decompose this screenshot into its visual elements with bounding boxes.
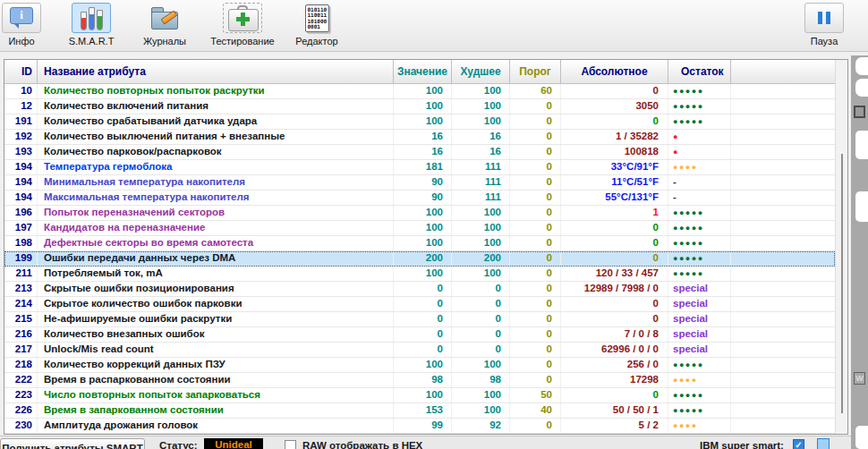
filler-cell [731, 191, 835, 205]
table-row[interactable]: 199Ошибки передачи данных через DMA20020… [4, 251, 835, 267]
attr-value-cell: 100 [394, 114, 452, 129]
attr-threshold-cell: 0 [510, 191, 561, 205]
column-header-remainder[interactable]: Остаток [668, 60, 731, 83]
filler-cell [731, 175, 835, 190]
attr-value-cell: 100 [394, 267, 452, 281]
attr-name-cell: Попыток переназначений секторов [38, 206, 394, 220]
table-row[interactable]: 193Количество парковок/распарковок161601… [4, 145, 835, 160]
attr-name-cell: Количество парковок/распарковок [38, 145, 394, 159]
ibm-super-smart-checkbox[interactable]: ✓ [793, 439, 804, 449]
attr-name-cell: Минимальная температура накопителя [38, 175, 394, 190]
attr-value-cell: 100 [394, 388, 452, 402]
vertical-scrollbar[interactable] [835, 60, 847, 434]
toolbar-button-info[interactable]: i Инфо [1, 3, 42, 47]
attr-health-cell: ●●●●● [668, 403, 731, 418]
table-row[interactable]: 222Время в распаркованном состоянии98980… [4, 373, 835, 388]
toolbar-button-journals[interactable]: Журналы [134, 3, 195, 47]
table-row[interactable]: 218Количество коррекций данных ПЗУ100100… [4, 358, 835, 373]
column-header-value[interactable]: Значение [394, 60, 452, 83]
health-dots: ●●●●● [673, 391, 704, 400]
table-row[interactable]: 198Дефектные секторы во время самотеста1… [4, 236, 835, 251]
table-row[interactable]: 230Амплитуда дрожания головок999205 / 2●… [4, 419, 835, 434]
table-row[interactable]: 211Потребляемый ток, mA1001000120 / 33 /… [4, 267, 835, 282]
attr-name-cell: Количество срабатываний датчика удара [38, 114, 394, 129]
info-icon: i [2, 3, 41, 33]
table-row[interactable]: 226Время в запаркованном состоянии153100… [4, 403, 835, 419]
table-row[interactable]: 197Кандидатов на переназначение10010000●… [4, 221, 835, 236]
attr-worst-cell: 92 [452, 419, 510, 433]
filler-cell [731, 297, 835, 311]
status-badge: Unideal [204, 438, 263, 449]
table-row[interactable]: 12Количество включений питания1001000305… [4, 99, 835, 114]
table-row[interactable]: 196Попыток переназначений секторов100100… [4, 206, 835, 221]
scrollbar-thumb[interactable] [841, 154, 843, 413]
raw-hex-checkbox[interactable] [285, 440, 296, 449]
filler-cell [731, 236, 835, 250]
filler-cell [731, 99, 835, 114]
health-dots: ●●●●● [673, 269, 704, 278]
filler-cell [731, 130, 835, 144]
table-row[interactable]: 10Количество повторных попыток раскрутки… [4, 84, 835, 99]
attr-worst-cell: 100 [452, 221, 510, 235]
attr-id-cell: 217 [4, 343, 38, 357]
table-body: 10Количество повторных попыток раскрутки… [4, 84, 835, 434]
attr-health-cell: ●●●●● [668, 99, 731, 114]
get-smart-attributes-button[interactable]: Получить атрибуты SMART [0, 438, 145, 449]
filler-cell [731, 206, 835, 220]
toolbar-label-pause: Пауза [793, 36, 855, 47]
toolbar-button-pause[interactable]: Пауза [793, 3, 855, 47]
attr-absolute-cell: 0 [561, 221, 668, 235]
toolbar-button-editor[interactable]: 010110 110011 101000 0001 Редактор [286, 3, 347, 47]
table-row[interactable]: 216Количество внезапных ошибок0007 / 0 /… [4, 327, 835, 343]
attr-absolute-cell: 0 [561, 297, 668, 311]
attr-value-cell: 100 [394, 221, 452, 235]
attr-worst-cell: 98 [452, 373, 510, 387]
table-row[interactable]: 214Скрытое количество ошибок парковки000… [4, 297, 835, 312]
attr-health-cell: special [668, 297, 731, 311]
column-header-absolute[interactable]: Абсолютное [561, 60, 668, 83]
health-dots: ●●●●● [673, 117, 704, 126]
attr-value-cell: 0 [394, 327, 452, 342]
secondary-checkbox[interactable] [817, 438, 830, 449]
table-row[interactable]: 217Unlock/Mis read count00062996 / 0 / 0… [4, 343, 835, 358]
first-aid-icon [223, 3, 262, 33]
health-text: special [673, 313, 708, 324]
attr-health-cell: ● [668, 145, 731, 159]
column-header-threshold[interactable]: Порог [510, 60, 561, 83]
attr-threshold-cell: 0 [510, 251, 561, 266]
table-row[interactable]: 191Количество срабатываний датчика удара… [4, 114, 835, 130]
attr-value-cell: 100 [394, 84, 452, 98]
health-dots: ●●●● [673, 376, 698, 385]
health-dots: ●●●● [673, 421, 698, 430]
attr-name-cell: Количество коррекций данных ПЗУ [38, 358, 394, 372]
ibm-super-smart-label: IBM super smart: [700, 440, 784, 449]
attr-threshold-cell: 0 [510, 419, 561, 433]
column-header-worst[interactable]: Худшее [452, 60, 510, 83]
table-row[interactable]: 192Количество выключений питания + внеза… [4, 130, 835, 145]
attr-threshold-cell: 0 [510, 221, 561, 235]
column-header-id[interactable]: ID [4, 60, 38, 83]
folder-pencil-icon [145, 3, 184, 33]
table-row[interactable]: 215Не-афишируемые ошибки раскрутки0000sp… [4, 312, 835, 327]
attr-name-cell: Время в распаркованном состоянии [38, 373, 394, 387]
attr-id-cell: 10 [4, 84, 38, 98]
attr-name-cell: Количество включений питания [38, 99, 394, 114]
attr-name-cell: Unlock/Mis read count [38, 343, 394, 357]
table-row[interactable]: 213Скрытые ошибки позиционирования000129… [4, 282, 835, 297]
toolbar-button-testing[interactable]: Тестирование [201, 3, 284, 47]
table-row[interactable]: 223Число повторных попыток запарковаться… [4, 388, 835, 403]
filler-cell [731, 251, 835, 266]
health-dots: ●●●●● [673, 360, 704, 369]
table-row[interactable]: 194Минимальная температура накопителя901… [4, 175, 835, 191]
attr-threshold-cell: 0 [510, 175, 561, 190]
attr-worst-cell: 200 [452, 251, 510, 266]
attr-absolute-cell: 62996 / 0 / 0 [561, 343, 668, 357]
health-text: special [673, 343, 708, 354]
attr-id-cell: 214 [4, 297, 38, 311]
attr-health-cell: ●●●●● [668, 267, 731, 281]
table-row[interactable]: 194Температура гермоблока181111033°C/91°… [4, 160, 835, 175]
toolbar-button-smart[interactable]: S.M.A.R.T [59, 3, 123, 47]
column-header-name[interactable]: Название атрибута [38, 60, 394, 83]
attr-health-cell: ●●●●● [668, 221, 731, 235]
table-row[interactable]: 194Максимальная температура накопителя90… [4, 191, 835, 206]
